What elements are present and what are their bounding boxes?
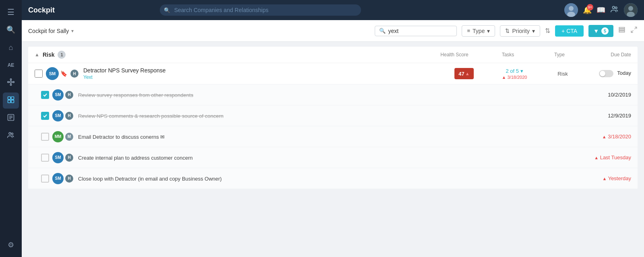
sidebar-item-ae[interactable]: AE bbox=[3, 57, 19, 73]
search-icon: 🔍 bbox=[164, 7, 170, 13]
list-view-icon[interactable] bbox=[618, 26, 625, 35]
task-5-text: Close loop with Detractor (in email and … bbox=[78, 176, 222, 182]
col-header-tasks: Tasks bbox=[480, 52, 536, 58]
sidebar-item-settings[interactable]: ⚙ bbox=[3, 237, 19, 253]
tasks-overdue: ▲ 3/18/2020 bbox=[486, 75, 543, 80]
user-avatar-person[interactable] bbox=[564, 3, 578, 17]
task-checkbox-2[interactable] bbox=[41, 112, 49, 120]
svg-point-22 bbox=[612, 6, 615, 8]
plus-icon: + bbox=[561, 28, 565, 34]
svg-point-2 bbox=[10, 84, 11, 85]
task-checkbox-3[interactable] bbox=[41, 133, 49, 141]
task-checkbox-5[interactable] bbox=[41, 175, 49, 183]
task-2-due: 12/9/2019 bbox=[583, 113, 631, 119]
search-icon: 🔍 bbox=[6, 25, 15, 34]
warning-icon: ▲ bbox=[602, 134, 607, 139]
warning-icon: ▲ bbox=[602, 176, 607, 181]
notifications-button[interactable]: 🔔 9+ bbox=[583, 6, 592, 14]
health-score-col: 47 ▲ bbox=[442, 68, 486, 79]
sort-toggle-icon[interactable]: ⇅ bbox=[545, 27, 550, 35]
svg-rect-10 bbox=[11, 97, 14, 99]
health-score-badge: 47 ▲ bbox=[454, 68, 474, 79]
people-icon bbox=[610, 7, 619, 15]
section-count: 1 bbox=[58, 51, 66, 59]
svg-point-3 bbox=[8, 81, 9, 82]
task-4-due: ▲ Last Tuesday bbox=[583, 154, 631, 160]
book-button[interactable]: 📖 bbox=[597, 6, 605, 14]
avatar-task-1: SM bbox=[52, 89, 64, 101]
svg-point-0 bbox=[10, 81, 12, 83]
svg-rect-11 bbox=[8, 100, 11, 103]
active-filters-button[interactable]: ▼ 5 bbox=[588, 25, 613, 37]
tasks-link[interactable]: 2 of 5 ▾ bbox=[486, 68, 543, 74]
row-checkbox-main[interactable] bbox=[35, 70, 43, 78]
menu-icon: ☰ bbox=[7, 7, 14, 17]
task-checkbox-1[interactable] bbox=[41, 91, 49, 99]
home-icon: ⌂ bbox=[9, 43, 13, 52]
svg-rect-27 bbox=[619, 27, 625, 29]
health-value: 47 bbox=[458, 71, 464, 77]
sidebar-item-home[interactable]: ⌂ bbox=[3, 39, 19, 56]
content-area: ▲ Risk 1 Health Score Tasks Type Due Dat… bbox=[22, 42, 644, 257]
svg-point-20 bbox=[569, 6, 574, 11]
book-icon: 📖 bbox=[597, 6, 605, 14]
topnav-right: 🔔 9+ 📖 bbox=[564, 3, 638, 17]
view-label: Cockpit for Sally bbox=[28, 28, 69, 34]
svg-rect-29 bbox=[619, 31, 625, 32]
filter-icon: ≡ bbox=[467, 28, 470, 34]
task-1-content: Review survey responses from other respo… bbox=[73, 91, 442, 99]
tasks-col: 2 of 5 ▾ ▲ 3/18/2020 bbox=[486, 68, 543, 80]
user-avatar-main[interactable] bbox=[624, 3, 638, 17]
sort-icon: ⇅ bbox=[505, 28, 510, 34]
col-header-due: Due Date bbox=[583, 52, 631, 58]
badge-task-1: H bbox=[65, 91, 73, 99]
warning-icon: ▲ bbox=[594, 155, 599, 160]
network-icon bbox=[7, 78, 15, 88]
svg-point-1 bbox=[10, 78, 11, 80]
type-filter[interactable]: ≡ Type ▾ bbox=[462, 25, 495, 37]
task-2-text: Review NPS comments & research possible … bbox=[78, 113, 223, 119]
toolbar-search-box: 🔍 bbox=[375, 26, 457, 36]
expand-icon[interactable] bbox=[630, 26, 638, 35]
row-title[interactable]: Detractor NPS Survey Response bbox=[83, 67, 437, 74]
svg-point-23 bbox=[615, 7, 617, 9]
table-row-main: SM 🔖 H Detractor NPS Survey Response Yex… bbox=[28, 63, 638, 84]
sidebar-item-network[interactable] bbox=[3, 75, 19, 91]
tasks-icon bbox=[7, 113, 15, 123]
priority-filter[interactable]: ⇅ Priority ▾ bbox=[500, 25, 540, 37]
sidebar-item-cockpit[interactable] bbox=[3, 93, 19, 109]
task-3-content: Email Detractor to discuss conerns ✉ bbox=[73, 133, 442, 140]
task-2-content: Review NPS comments & research possible … bbox=[73, 112, 442, 119]
chevron-down-icon: ▾ bbox=[71, 28, 74, 34]
table-row-task-5: SM H Close loop with Detractor (in email… bbox=[28, 168, 638, 189]
global-search-input[interactable] bbox=[160, 4, 361, 16]
people-button[interactable] bbox=[610, 5, 619, 16]
row-subtitle[interactable]: Yext bbox=[83, 74, 437, 80]
sidebar-item-search[interactable]: 🔍 bbox=[3, 22, 19, 38]
tasks-count: 2 of 5 bbox=[506, 68, 519, 74]
priority-label: Priority bbox=[512, 28, 530, 34]
section-toggle[interactable]: ▲ bbox=[35, 52, 39, 58]
sidebar-item-tasks[interactable] bbox=[3, 110, 19, 126]
section-title: Risk bbox=[43, 51, 55, 58]
task-checkbox-4[interactable] bbox=[41, 154, 49, 162]
cta-label: CTA bbox=[566, 28, 577, 34]
avatar-sm: SM bbox=[46, 67, 59, 80]
svg-rect-28 bbox=[619, 29, 625, 31]
risk-table: ▲ Risk 1 Health Score Tasks Type Due Dat… bbox=[28, 47, 638, 189]
table-row-task-2: SM H Review NPS comments & research poss… bbox=[28, 105, 638, 126]
cta-button[interactable]: + CTA bbox=[555, 25, 584, 37]
cockpit-icon bbox=[7, 96, 15, 106]
sidebar-item-menu[interactable]: ☰ bbox=[3, 4, 19, 20]
svg-point-4 bbox=[13, 81, 14, 82]
toolbar-search-input[interactable] bbox=[388, 28, 452, 34]
search-icon: 🔍 bbox=[379, 28, 386, 34]
settings-icon: ⚙ bbox=[8, 241, 14, 249]
type-label: Type bbox=[473, 28, 485, 34]
col-header-health: Health Score bbox=[432, 52, 477, 58]
toggle-switch[interactable] bbox=[599, 70, 613, 77]
svg-point-18 bbox=[11, 133, 13, 134]
sidebar-item-users[interactable] bbox=[3, 128, 19, 144]
main-content: Cockpit 🔍 🔔 9+ 📖 bbox=[22, 0, 644, 257]
view-selector[interactable]: Cockpit for Sally ▾ bbox=[28, 28, 74, 34]
